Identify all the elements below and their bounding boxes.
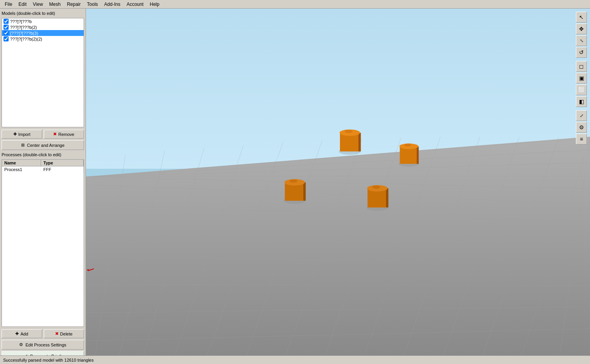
menu-item-view[interactable]: View	[30, 1, 46, 8]
menu-item-edit[interactable]: Edit	[15, 1, 30, 8]
statusbar-text: Successfully parsed model with 12610 tri…	[3, 358, 94, 362]
toolbar-sep-2	[576, 108, 587, 109]
settings-button[interactable]: ⚙	[576, 122, 587, 133]
left-panel: Models (double-click to edit) ???]?[???b…	[0, 9, 86, 364]
svg-point-33	[345, 130, 352, 133]
cylinder-3	[284, 179, 306, 204]
model-checkbox-3[interactable]	[4, 30, 9, 36]
cylinder-4	[367, 185, 388, 211]
svg-point-38	[404, 144, 411, 146]
edit-process-settings-button[interactable]: ⚙ Edit Process Settings	[2, 340, 84, 350]
viewport-3d[interactable]: ↖ ✥ ⤡ ↺ ◻ ▣ ⬜ ◧ ⤢ ⚙ ≡	[86, 9, 590, 364]
svg-point-43	[290, 180, 297, 183]
models-section-label: Models (double-click to edit)	[2, 10, 84, 16]
import-icon: ✚	[13, 132, 17, 137]
menu-item-repair[interactable]: Repair	[64, 1, 84, 8]
right-toolbar: ↖ ✥ ⤡ ↺ ◻ ▣ ⬜ ◧ ⤢ ⚙ ≡	[576, 12, 587, 145]
svg-rect-31	[358, 133, 361, 152]
rotate-tool-button[interactable]: ↺	[576, 47, 587, 58]
remove-icon: ✖	[53, 132, 57, 137]
menu-item-file[interactable]: File	[2, 1, 15, 8]
menu-item-mesh[interactable]: Mesh	[46, 1, 64, 8]
svg-point-48	[372, 186, 380, 189]
processes-section-label: Processes (double-click to edit)	[2, 152, 84, 158]
select-tool-button[interactable]: ↖	[576, 12, 587, 23]
move-tool-button[interactable]: ✥	[576, 23, 587, 34]
model-item-4[interactable]: ???]?[???b(2)(2)	[2, 36, 84, 42]
model-checkbox-1[interactable]	[4, 19, 9, 24]
model-name-2: ???]?[???b(2)	[10, 25, 37, 30]
menu-item-account[interactable]: Account	[123, 1, 147, 8]
scale-tool-button[interactable]: ⤡	[576, 35, 587, 46]
statusbar: Successfully parsed model with 12610 tri…	[0, 355, 590, 364]
model-checkbox-2[interactable]	[4, 25, 9, 30]
process-type-cell: FFF	[41, 166, 84, 173]
menubar: FileEditViewMeshRepairToolsAdd-InsAccoun…	[0, 0, 590, 9]
menu-item-add-ins[interactable]: Add-Ins	[101, 1, 123, 8]
zoom-fit-button[interactable]: ⤢	[576, 110, 587, 121]
main-layout: Models (double-click to edit) ???]?[???b…	[0, 9, 590, 364]
process-col-type: Type	[41, 160, 84, 166]
delete-icon: ✖	[55, 331, 59, 336]
cylinder-2	[399, 143, 419, 166]
delete-process-button[interactable]: ✖ Delete	[44, 329, 84, 338]
view-top-button[interactable]: ⬜	[576, 84, 587, 95]
import-button[interactable]: ✚ Import	[2, 130, 42, 139]
svg-rect-41	[303, 182, 306, 201]
cylinder-1	[339, 129, 361, 155]
settings-gear-icon: ⚙	[19, 342, 23, 347]
model-item-2[interactable]: ???]?[???b(2)	[2, 24, 84, 30]
process-row[interactable]: Process1 FFF	[2, 166, 84, 173]
center-arrange-button[interactable]: ⊞ Center and Arrange	[2, 140, 84, 150]
add-process-button[interactable]: ✚ Add	[2, 329, 42, 338]
remove-button[interactable]: ✖ Remove	[44, 130, 84, 139]
model-name-1: ???]?[???b	[10, 19, 32, 24]
model-item-1[interactable]: ???]?[???b	[2, 18, 84, 24]
svg-rect-36	[417, 146, 419, 164]
arrange-icon: ⊞	[21, 143, 25, 148]
menu-item-tools[interactable]: Tools	[84, 1, 101, 8]
model-item-3[interactable]: [???]?[???b(3)	[2, 30, 84, 36]
menu-item-help[interactable]: Help	[147, 1, 163, 8]
add-icon: ✚	[15, 331, 19, 336]
add-delete-row: ✚ Add ✖ Delete	[2, 329, 84, 338]
view-front-button[interactable]: ▣	[576, 73, 587, 84]
toolbar-sep-1	[576, 59, 587, 60]
model-checkbox-4[interactable]	[4, 36, 9, 41]
view-left-button[interactable]: ◧	[576, 96, 587, 107]
layers-button[interactable]: ≡	[576, 134, 587, 145]
svg-rect-46	[386, 188, 388, 207]
process-list-header: Name Type	[2, 160, 84, 166]
process-col-name: Name	[2, 160, 41, 166]
floor-svg	[86, 9, 590, 364]
model-name-4: ???]?[???b(2)(2)	[10, 37, 42, 41]
process-name-cell: Process1	[2, 166, 41, 173]
models-list: ???]?[???b???]?[???b(2)[???]?[???b(3)???…	[2, 18, 84, 127]
import-remove-row: ✚ Import ✖ Remove	[2, 130, 84, 139]
view-iso-button[interactable]: ◻	[576, 61, 587, 72]
model-name-3: [???]?[???b(3)	[10, 31, 38, 36]
processes-list: Name Type Process1 FFF	[2, 159, 84, 327]
